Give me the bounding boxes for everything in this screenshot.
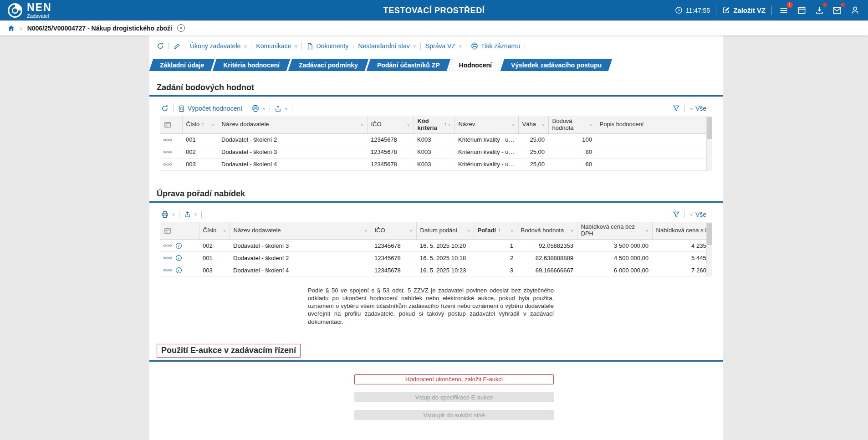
- col-nazev-dodavatele[interactable]: Název dodavatele▿: [230, 222, 371, 240]
- table-row[interactable]: 001 Dodavatel - školení 2 12345678 16. 5…: [160, 252, 712, 264]
- col-nazev[interactable]: Název▿: [454, 116, 518, 133]
- calendar-button[interactable]: [796, 5, 807, 16]
- scrollbar-thumb[interactable]: [707, 223, 712, 245]
- table-scrollbar[interactable]: [706, 222, 712, 277]
- grid-refresh-button[interactable]: [161, 105, 168, 112]
- cell-kod-kriteria: K003: [414, 133, 454, 146]
- column-menu-icon[interactable]: ▿: [211, 122, 214, 128]
- divider: [251, 42, 251, 50]
- column-menu-icon[interactable]: ▿: [511, 228, 513, 234]
- col-cena-s-dph[interactable]: Nabídková cena s DPH: [652, 222, 712, 240]
- col-row-selector[interactable]: [160, 222, 199, 240]
- col-bodova-hodnota[interactable]: Bodová hodnota▿: [517, 222, 577, 240]
- column-menu-icon[interactable]: ▿: [571, 228, 573, 234]
- column-menu-icon[interactable]: ▿: [448, 122, 450, 128]
- column-menu-icon[interactable]: ▿: [364, 228, 367, 234]
- row-actions-icon[interactable]: [163, 163, 172, 166]
- tab-kriteria-hodnoceni[interactable]: Kritéria hodnocení: [214, 59, 288, 71]
- edit-icon: [722, 6, 730, 14]
- home-button[interactable]: [7, 24, 15, 32]
- grid-print-button[interactable]: ▿: [161, 211, 174, 218]
- row-actions-icon[interactable]: [163, 138, 172, 142]
- user-profile-button[interactable]: [849, 5, 861, 16]
- filter-icon[interactable]: [673, 105, 680, 112]
- row-actions-icon[interactable]: [163, 256, 172, 260]
- row-actions-icon[interactable]: [163, 150, 172, 154]
- table-row[interactable]: 002 Dodavatel - školení 3 12345678 16. 5…: [160, 240, 712, 252]
- server-time-value: 11:47:55: [686, 7, 710, 14]
- col-kod-kriteria[interactable]: Kód kritéria↑▿: [414, 116, 454, 133]
- table-row[interactable]: 003 Dodavatel - školení 4 12345678 16. 5…: [160, 264, 712, 276]
- calculate-scores-label: Výpočet hodnocení: [188, 105, 242, 112]
- col-poradi[interactable]: Pořadí↑▿: [474, 222, 517, 240]
- tab-zadavaci-podminky[interactable]: Zadávací podmínky: [290, 59, 367, 71]
- tab-zakladni-udaje[interactable]: Základní údaje: [151, 59, 213, 71]
- col-cislo[interactable]: Číslo▿: [199, 222, 230, 240]
- downloads-button[interactable]: [813, 5, 825, 16]
- table-scrollbar[interactable]: [706, 116, 712, 171]
- scrollbar-thumb[interactable]: [707, 117, 712, 139]
- table-row[interactable]: 003 Dodavatel - školení 4 12345678 K003 …: [160, 158, 706, 170]
- row-actions-icon[interactable]: [163, 268, 172, 272]
- col-vaha[interactable]: Váha▿: [518, 116, 548, 133]
- print-record-button[interactable]: Tisk záznamu: [471, 42, 520, 50]
- info-icon[interactable]: [175, 242, 182, 249]
- col-cena-bez-dph[interactable]: Nabídková cena bez DPH▿: [577, 222, 652, 240]
- column-menu-icon[interactable]: ▿: [512, 122, 514, 128]
- grid-print-button[interactable]: ▿: [252, 105, 265, 112]
- col-popis-hodnoceni[interactable]: Popis hodnocení: [596, 116, 706, 133]
- col-ico[interactable]: IČO▿: [371, 222, 416, 240]
- show-all-button[interactable]: ▿ Vše: [689, 105, 706, 112]
- col-bodova-hodnota[interactable]: Bodová hodnota▿: [548, 116, 596, 133]
- refresh-button[interactable]: [157, 42, 164, 50]
- cell-kod-kriteria: K003: [414, 146, 454, 158]
- column-menu-icon[interactable]: ▿: [223, 228, 225, 234]
- table-row[interactable]: 002 Dodavatel - školení 3 12345678 K003 …: [160, 146, 706, 158]
- info-icon[interactable]: [175, 267, 182, 274]
- menu-dokumenty[interactable]: Dokumenty: [306, 42, 348, 50]
- export-icon: [275, 105, 281, 112]
- menu-ukony-zadavatele[interactable]: Úkony zadavatele ▿: [190, 42, 246, 50]
- create-vz-button[interactable]: Založit VZ: [722, 6, 766, 14]
- tab-vysledek[interactable]: Výsledek zadávacího postupu: [502, 59, 610, 71]
- grid-selector-icon: [164, 227, 171, 235]
- column-menu-icon[interactable]: ▿: [589, 122, 592, 128]
- finish-evaluation-create-eauction-button[interactable]: Hodnocení ukončeno, založit E-aukci: [354, 374, 554, 384]
- breadcrumb-item[interactable]: N006/25/V00004727 - Nákup drogistického …: [27, 25, 172, 32]
- column-menu-icon[interactable]: ▿: [467, 228, 470, 234]
- cell-nazev: Kritérium kvality - uži...: [454, 146, 518, 158]
- cell-nazev: Kritérium kvality - uži...: [454, 133, 518, 146]
- messages-button[interactable]: [831, 5, 843, 16]
- col-row-selector[interactable]: [160, 116, 182, 133]
- row-actions-icon[interactable]: [163, 244, 172, 247]
- menu-komunikace[interactable]: Komunikace ▿: [256, 42, 297, 50]
- grid-export-button[interactable]: ▿: [275, 105, 287, 112]
- menu-nestandardni-stav[interactable]: Nestandardní stav ▿: [358, 42, 416, 50]
- close-tab-button[interactable]: ×: [177, 24, 185, 32]
- environment-title: TESTOVACÍ PROSTŘEDÍ: [383, 5, 485, 15]
- grid-export-button[interactable]: ▿: [184, 211, 197, 218]
- column-menu-icon[interactable]: ▿: [542, 122, 544, 128]
- column-menu-icon[interactable]: ▿: [410, 228, 412, 234]
- column-menu-icon[interactable]: ▿: [407, 122, 409, 128]
- menu-sprava-vz[interactable]: Správa VZ ▿: [425, 42, 461, 50]
- col-ico[interactable]: IČO▿: [367, 116, 414, 133]
- show-all-button[interactable]: ▿ Vše: [689, 211, 706, 218]
- filter-icon[interactable]: [673, 211, 680, 218]
- app-brand[interactable]: NEN Zadavatel: [7, 2, 52, 19]
- divider: [270, 105, 270, 112]
- cell-bodova-hodnota: 100: [548, 133, 596, 146]
- tab-podani-ucastniku[interactable]: Podání účastníků ZP: [368, 59, 449, 71]
- calculate-scores-button[interactable]: Výpočet hodnocení: [178, 105, 242, 112]
- tab-hodnoceni[interactable]: Hodnocení: [450, 59, 500, 71]
- col-nazev-dodavatele[interactable]: Název dodavatele▿: [218, 116, 367, 133]
- col-datum-podani[interactable]: Datum podání▿: [416, 222, 474, 240]
- info-icon[interactable]: [175, 255, 182, 261]
- main-menu-button[interactable]: 1: [778, 5, 790, 16]
- col-cislo[interactable]: Číslo↑▿: [182, 116, 218, 133]
- cell-ico: 12345678: [371, 252, 416, 264]
- edit-record-button[interactable]: [174, 43, 180, 50]
- table-row[interactable]: 001 Dodavatel - školení 2 12345678 K003 …: [160, 133, 706, 146]
- column-menu-icon[interactable]: ▿: [646, 228, 648, 234]
- column-menu-icon[interactable]: ▿: [361, 122, 363, 128]
